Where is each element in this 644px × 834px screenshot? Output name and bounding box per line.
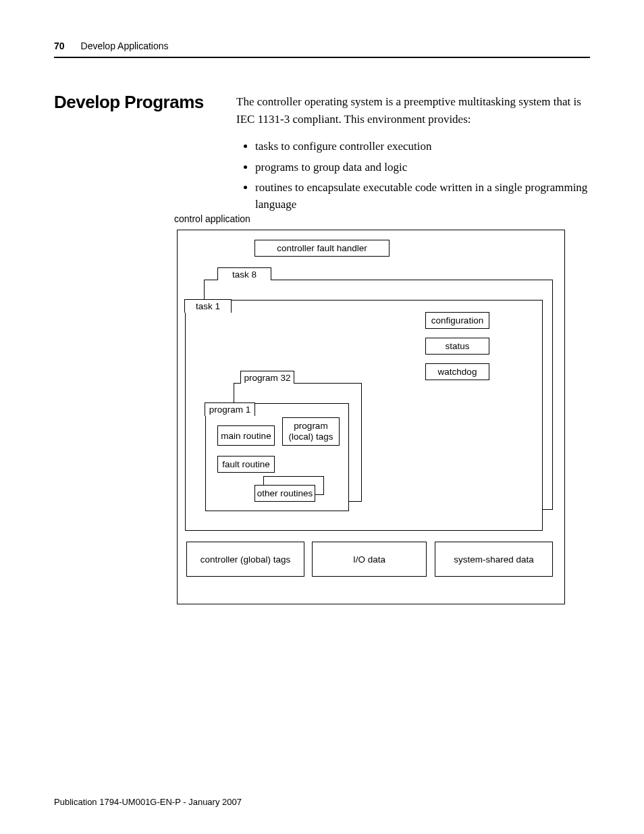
bullet-item: routines to encapsulate executable code … xyxy=(255,180,590,213)
controller-fault-handler-box: controller fault handler xyxy=(254,240,390,257)
watchdog-box: watchdog xyxy=(425,363,489,380)
section-title: Develop Programs xyxy=(54,92,204,113)
program-1-label: program 1 xyxy=(205,402,255,416)
page-header: 70 Develop Applications xyxy=(54,41,590,58)
io-data-box: I/O data xyxy=(312,542,427,577)
other-routines-box: other routines xyxy=(254,485,315,502)
status-box: status xyxy=(425,338,489,355)
fault-routine-box: fault routine xyxy=(217,456,275,473)
page-number: 70 xyxy=(54,41,65,51)
intro-bullets: tasks to configure controller execution … xyxy=(255,138,590,213)
publication-footer: Publication 1794-UM001G-EN-P - January 2… xyxy=(54,797,242,807)
intro-paragraph: The controller operating system is a pre… xyxy=(236,93,590,128)
bullet-item: tasks to configure controller execution xyxy=(255,138,590,155)
controller-global-tags-box: controller (global) tags xyxy=(186,542,304,577)
program-local-tags-box: program (local) tags xyxy=(282,417,340,446)
diagram-title: control application xyxy=(174,213,250,224)
configuration-box: configuration xyxy=(425,312,489,329)
system-shared-data-box: system-shared data xyxy=(435,542,553,577)
task-8-label: task 8 xyxy=(217,267,271,280)
program-32-label: program 32 xyxy=(240,371,294,384)
bullet-item: programs to group data and logic xyxy=(255,159,590,176)
main-routine-box: main routine xyxy=(217,425,275,446)
intro-text: The controller operating system is a pre… xyxy=(236,93,590,217)
chapter-title: Develop Applications xyxy=(81,41,169,51)
task-1-label: task 1 xyxy=(184,299,232,313)
control-application-diagram: controller fault handler task 8 task 1 c… xyxy=(177,230,568,608)
